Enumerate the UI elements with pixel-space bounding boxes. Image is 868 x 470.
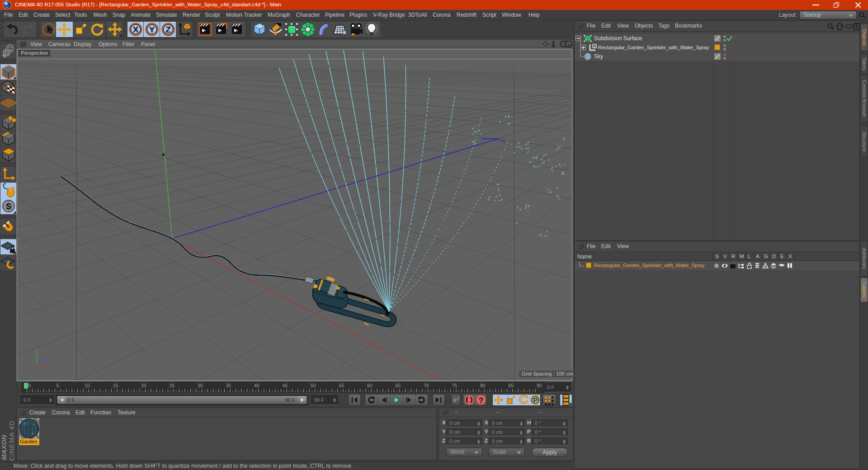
svg-text:30: 30 [198, 383, 203, 388]
svg-text:Z: Z [165, 25, 171, 34]
svg-text:S: S [6, 202, 12, 211]
svg-text:10: 10 [85, 383, 90, 388]
svg-text:Z: Z [46, 357, 49, 362]
svg-text:65: 65 [396, 383, 401, 388]
svg-text:5: 5 [57, 383, 59, 388]
svg-text:80: 80 [480, 383, 486, 388]
svg-text:?: ? [479, 396, 483, 405]
svg-text:45: 45 [283, 383, 288, 388]
svg-text:P: P [533, 397, 538, 404]
svg-text:85: 85 [509, 383, 514, 388]
svg-text:15: 15 [113, 383, 118, 388]
svg-text:0: 0 [28, 383, 31, 388]
svg-text:75: 75 [452, 383, 458, 388]
svg-text:0: 0 [594, 44, 596, 48]
svg-text:55: 55 [339, 383, 344, 388]
svg-text:20: 20 [141, 383, 146, 388]
svg-text:X: X [133, 25, 139, 34]
svg-text:Y: Y [149, 25, 155, 34]
svg-text:50: 50 [311, 383, 316, 388]
svg-text:35: 35 [226, 383, 231, 388]
svg-text:70: 70 [424, 383, 429, 388]
svg-text:Y: Y [35, 349, 38, 353]
svg-text:40: 40 [254, 383, 259, 388]
svg-text:25: 25 [170, 383, 175, 388]
svg-text:90: 90 [537, 383, 542, 388]
svg-text:X: X [44, 365, 47, 368]
svg-text:60: 60 [367, 383, 373, 388]
